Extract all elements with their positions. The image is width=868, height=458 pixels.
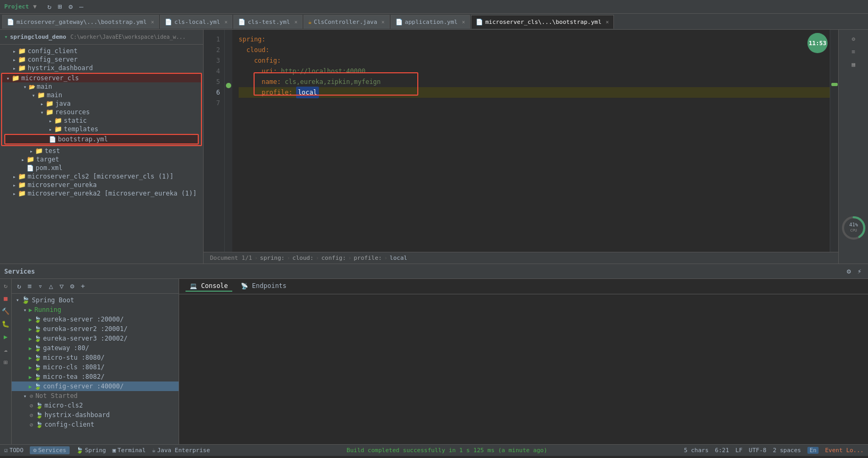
tab-bootstrap-gateway[interactable]: 📄 microserver_gateway\...\bootstrap.yml … xyxy=(2,15,159,29)
services-btn[interactable]: ⚙ Services xyxy=(30,446,70,454)
tree-item-microserver-eureka[interactable]: 📁 microserver_eureka xyxy=(0,181,203,189)
tab-close[interactable]: × xyxy=(382,19,385,25)
position-indicator: 6:21 xyxy=(715,447,729,454)
breadcrumb-profile[interactable]: profile: xyxy=(353,255,382,261)
tab-close[interactable]: × xyxy=(224,19,227,25)
stop-btn[interactable]: ■ xyxy=(1,294,11,303)
settings-icon[interactable]: ⚙ xyxy=(66,3,75,11)
java-enterprise-btn[interactable]: ☕ Java Enterprise xyxy=(152,447,210,454)
tree-item-templates[interactable]: 📁 templates xyxy=(2,125,201,133)
right-tool-1[interactable]: ⚙ xyxy=(849,34,858,44)
tree-item-config-client[interactable]: 📁 config_client xyxy=(0,47,203,55)
tree-item-src[interactable]: 📂 main xyxy=(2,82,201,91)
tree-item-java[interactable]: 📁 java xyxy=(2,99,201,108)
collapse-icon[interactable]: △ xyxy=(47,282,55,291)
tree-item-microserver-eureka2[interactable]: 📁 microserver_eureka2 [microserver_eurek… xyxy=(0,189,203,198)
refresh-svc-icon[interactable]: ↻ xyxy=(15,282,23,291)
tab-endpoints-label: Endpoints xyxy=(252,282,286,290)
tab-close[interactable]: × xyxy=(462,19,465,25)
event-log-btn[interactable]: Event Lo... xyxy=(825,447,864,454)
svc-micro-cls[interactable]: ▶ 🍃 micro-cls :8081/ xyxy=(12,362,179,372)
tab-close[interactable]: × xyxy=(294,19,298,25)
tree-item-target[interactable]: 📁 target xyxy=(0,155,203,164)
tree-item-test[interactable]: 📁 test xyxy=(0,147,203,155)
spring-boot-group[interactable]: 🍃 Spring Boot xyxy=(12,295,179,305)
code-line-6: profile: local xyxy=(239,87,830,98)
grid-btn[interactable]: ⊞ xyxy=(1,358,11,367)
terminal-btn[interactable]: ▣ Terminal xyxy=(112,447,146,454)
build-btn[interactable]: 🔨 xyxy=(1,307,11,316)
svc-eureka-server2[interactable]: ▶ 🍃 eureka-server2 :20001/ xyxy=(12,324,179,334)
tree-item-microserver-cls[interactable]: 📁 microserver_cls xyxy=(2,74,201,82)
settings-svc-icon[interactable]: ⚙ xyxy=(68,282,77,291)
debug-btn[interactable]: 🐛 xyxy=(1,319,11,329)
svc-eureka-server[interactable]: ▶ 🍃 eureka-server :20000/ xyxy=(12,315,179,324)
svg-text:CPU: CPU xyxy=(850,228,857,233)
run-icon: ▶ xyxy=(29,355,32,361)
deploy-btn[interactable]: ☁ xyxy=(1,345,11,354)
refresh-btn[interactable]: ↻ xyxy=(1,281,11,291)
language-indicator[interactable]: En xyxy=(807,447,819,454)
sync-icon[interactable]: ↻ xyxy=(45,3,54,11)
line-numbers: 1 2 3 4 5 6 7 xyxy=(204,30,225,252)
stopped-icon: ⊘ xyxy=(30,421,33,428)
folder-icon: 📁 xyxy=(18,181,26,189)
group-icon[interactable]: ≡ xyxy=(26,282,34,291)
tree-arrow xyxy=(4,75,12,81)
tab-cls-controller[interactable]: ☕ ClsController.java × xyxy=(304,15,390,29)
project-label[interactable]: Project xyxy=(4,3,29,10)
tab-endpoints[interactable]: 📡 Endpoints xyxy=(237,281,291,292)
tree-item-hystrix-dashboard[interactable]: 📁 hystrix_dashboard xyxy=(0,64,203,72)
status-bar: ☑ TODO ⚙ Services 🍃 Spring ▣ Terminal ☕ … xyxy=(0,444,868,456)
layout-icon[interactable]: ⊞ xyxy=(56,3,64,11)
svc-hystrix-dashboard[interactable]: ⊘ 🍃 hystrix-dashboard xyxy=(12,410,179,420)
tab-label: cls-test.yml xyxy=(248,19,290,26)
not-started-group[interactable]: ⊘ Not Started xyxy=(12,391,179,401)
svc-config-client[interactable]: ⊘ 🍃 config-client xyxy=(12,420,179,429)
todo-btn[interactable]: ☑ TODO xyxy=(4,447,23,454)
xml-file-icon: 📄 xyxy=(27,165,34,172)
tab-microserver-bootstrap[interactable]: 📄 microserver_cls\...\bootstrap.yml × xyxy=(471,15,614,29)
tree-item-config-server[interactable]: 📁 config_server xyxy=(0,55,203,64)
tree-item-main[interactable]: 📁 main xyxy=(2,91,201,99)
right-tool-3[interactable]: ▦ xyxy=(849,60,858,69)
filter-icon[interactable]: ▽ xyxy=(57,282,66,291)
svc-micro-stu[interactable]: ▶ 🍃 micro-stu :8080/ xyxy=(12,353,179,362)
expand-icon[interactable]: ▿ xyxy=(36,282,45,291)
tab-close[interactable]: × xyxy=(606,19,609,25)
spring-icon: 🍃 xyxy=(36,402,43,409)
spring-btn[interactable]: 🍃 Spring xyxy=(76,447,106,454)
tree-item-bootstrap-yml[interactable]: 📄 bootstrap.yml xyxy=(5,135,198,143)
breadcrumb-local[interactable]: local xyxy=(390,255,407,261)
minimize-icon[interactable]: — xyxy=(77,3,86,11)
breadcrumb-cloud[interactable]: cloud: xyxy=(292,255,314,261)
svc-gateway[interactable]: ▶ 🍃 gateway :80/ xyxy=(12,343,179,353)
breadcrumb-config[interactable]: config: xyxy=(321,255,345,261)
folder-icon: 📁 xyxy=(54,117,62,124)
tree-item-static[interactable]: 📁 static xyxy=(2,116,201,125)
tab-cls-local[interactable]: 📄 cls-local.yml × xyxy=(160,15,232,29)
right-tool-2[interactable]: ≡ xyxy=(849,47,858,56)
tree-arrow xyxy=(30,92,37,98)
tab-cls-test[interactable]: 📄 cls-test.yml × xyxy=(233,15,302,29)
breadcrumb-spring[interactable]: spring: xyxy=(260,255,284,261)
tree-item-resources[interactable]: 📁 resources xyxy=(2,108,201,116)
code-content[interactable]: spring: cloud: config: uri: http://local… xyxy=(232,30,830,252)
svc-eureka-server3[interactable]: ▶ 🍃 eureka-server3 :20002/ xyxy=(12,334,179,343)
running-group[interactable]: ▶ Running xyxy=(12,305,179,315)
add-icon[interactable]: + xyxy=(79,282,87,291)
svc-micro-tea[interactable]: ▶ 🍃 micro-tea :8082/ xyxy=(12,372,179,381)
java-enterprise-label: Java Enterprise xyxy=(157,447,210,454)
svc-config-server[interactable]: ▶ 🍃 config-server :40000/ xyxy=(12,381,179,391)
tab-application[interactable]: 📄 application.yml × xyxy=(391,15,470,29)
tab-close[interactable]: × xyxy=(151,19,154,25)
tab-console[interactable]: 💻 Console xyxy=(186,281,232,292)
config-icon[interactable]: ⚡ xyxy=(855,267,864,276)
spring-boot-icon: 🍃 xyxy=(21,296,30,304)
svc-micro-cls2[interactable]: ⊘ 🍃 micro-cls2 xyxy=(12,401,179,410)
run-btn[interactable]: ▶ xyxy=(1,332,11,342)
settings-icon[interactable]: ⚙ xyxy=(845,267,853,276)
tree-item-microserver-cls2[interactable]: 📁 microserver_cls2 [microserver_cls (1)] xyxy=(0,172,203,181)
tree-item-pom-xml[interactable]: 📄 pom.xml xyxy=(0,164,203,172)
tree-arrow xyxy=(11,57,18,63)
